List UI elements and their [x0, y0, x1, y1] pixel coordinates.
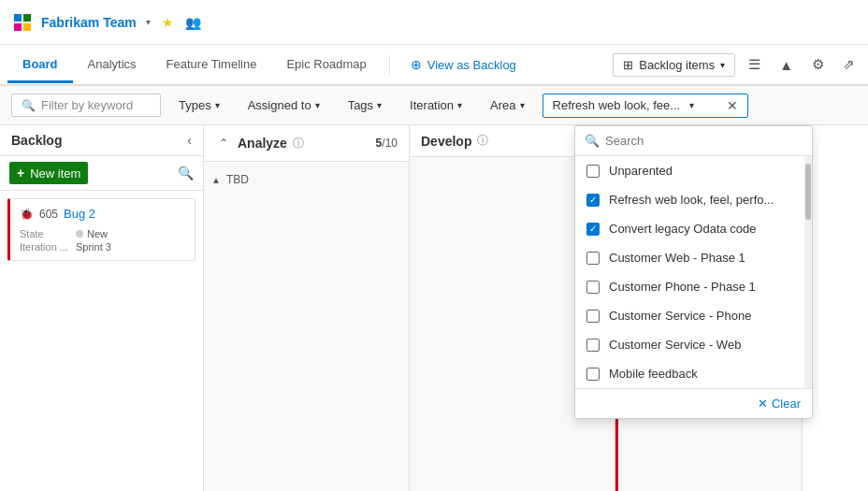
types-chevron-icon: ▾ [215, 100, 220, 110]
analyze-collapse-button[interactable]: ⌃ [215, 133, 232, 153]
backlog-items-label: Backlog items [639, 58, 715, 72]
develop-title: Develop [421, 134, 471, 149]
filter-keyword-label: Filter by keyword [41, 98, 133, 112]
assigned-to-label: Assigned to [248, 98, 311, 112]
dropdown-label-cs-phone: Customer Service - Phone [609, 309, 751, 323]
backlog-items-button[interactable]: ⊞ Backlog items ▾ [613, 53, 735, 77]
analyze-content: ▲ TBD [204, 162, 409, 491]
iteration-meta-value: Sprint 3 [76, 241, 185, 253]
analyze-count-total: 10 [385, 137, 398, 150]
filter-button[interactable]: ▲ [774, 53, 799, 77]
dropdown-item-cs-web[interactable]: Customer Service - Web [575, 330, 812, 359]
area-chevron-icon: ▾ [520, 100, 525, 110]
settings-button[interactable]: ⚙ [806, 52, 830, 77]
work-item-title[interactable]: Bug 2 [64, 207, 95, 221]
view-as-backlog-button[interactable]: ⊕ View as Backlog [398, 51, 529, 78]
new-item-plus-icon: + [17, 166, 24, 181]
iteration-dropdown-panel: 🔍 Unparented ✓ Refresh web look, feel, p… [574, 125, 813, 419]
app-bar: Fabrikam Team ▾ ★ 👥 [0, 0, 868, 45]
checkbox-mobile [586, 368, 600, 381]
new-item-button[interactable]: + New item [9, 162, 88, 184]
active-filter-tag[interactable]: Refresh web look, fee... ▾ ✕ [542, 94, 748, 118]
toolbar-right: ⊞ Backlog items ▾ ☰ ▲ ⚙ ⇗ [613, 52, 861, 77]
app-icon [11, 11, 34, 34]
checkbox-customer-web [586, 252, 600, 265]
tab-board[interactable]: Board [7, 48, 73, 83]
manage-team-icon[interactable]: 👥 [185, 15, 201, 30]
develop-info-icon[interactable]: ⓘ [477, 133, 488, 149]
view-backlog-label: View as Backlog [427, 58, 516, 72]
iteration-label: Iteration [410, 98, 454, 112]
backlog-panel: Backlog ‹ + New item 🔍 🐞 605 Bug 2 State [0, 125, 204, 491]
dropdown-item-refresh[interactable]: ✓ Refresh web look, feel, perfo... [575, 185, 812, 214]
dropdown-item-customer-web[interactable]: Customer Web - Phase 1 [575, 243, 812, 272]
checkbox-cs-web [586, 339, 600, 352]
state-label: State [20, 228, 68, 239]
dropdown-item-customer-phone[interactable]: Customer Phone - Phase 1 [575, 272, 812, 301]
filter-area-dropdown[interactable]: Area ▾ [480, 94, 534, 117]
team-name[interactable]: Fabrikam Team [41, 15, 137, 30]
nav-divider [389, 55, 390, 74]
swim-lane-label: TBD [226, 173, 249, 186]
work-item-meta: State New Iteration ... Sprint 3 [20, 228, 185, 253]
bug-icon: 🐞 [20, 208, 34, 221]
swim-lane-tbd[interactable]: ▲ TBD [211, 169, 401, 190]
dropdown-label-customer-phone: Customer Phone - Phase 1 [609, 280, 756, 294]
svg-rect-0 [14, 14, 22, 22]
dropdown-list: Unparented ✓ Refresh web look, feel, per… [575, 156, 812, 388]
view-backlog-icon: ⊕ [411, 57, 422, 72]
active-filter-label: Refresh web look, fee... [553, 98, 681, 112]
dropdown-item-mobile[interactable]: Mobile feedback [575, 359, 812, 388]
analyze-info-icon[interactable]: ⓘ [293, 136, 304, 152]
state-text: New [87, 228, 108, 239]
active-filter-chevron-icon: ▾ [689, 100, 694, 110]
dropdown-item-unparented[interactable]: Unparented [575, 156, 812, 185]
backlog-items-grid-icon: ⊞ [623, 58, 633, 72]
filter-keyword-input[interactable]: 🔍 Filter by keyword [11, 94, 161, 117]
filter-bar: 🔍 Filter by keyword Types ▾ Assigned to … [0, 86, 868, 125]
dropdown-label-unparented: Unparented [609, 164, 673, 178]
column-options-button[interactable]: ☰ [743, 52, 766, 77]
tab-epic-roadmap[interactable]: Epic Roadmap [271, 48, 381, 83]
work-item-id: 605 [39, 208, 58, 221]
checkbox-unparented [586, 165, 600, 178]
analyze-count: 5/10 [376, 137, 398, 150]
backlog-toolbar: + New item 🔍 [0, 156, 203, 191]
svg-rect-3 [23, 23, 31, 31]
filter-assigned-to-dropdown[interactable]: Assigned to ▾ [238, 94, 330, 117]
dropdown-label-convert: Convert legacy Odata code [609, 222, 757, 236]
scrollbar-track[interactable] [804, 156, 812, 388]
dropdown-label-mobile: Mobile feedback [609, 367, 698, 381]
dropdown-item-cs-phone[interactable]: Customer Service - Phone [575, 301, 812, 330]
filter-types-dropdown[interactable]: Types ▾ [168, 94, 230, 117]
filter-iteration-dropdown[interactable]: Iteration ▾ [399, 94, 472, 117]
state-indicator [76, 230, 83, 238]
dropdown-search-input[interactable] [605, 134, 803, 148]
dropdown-label-customer-web: Customer Web - Phase 1 [609, 251, 745, 265]
close-filter-icon[interactable]: ✕ [727, 98, 738, 113]
dropdown-label-refresh: Refresh web look, feel, perfo... [609, 193, 774, 207]
column-analyze-header: ⌃ Analyze ⓘ 5/10 [204, 125, 409, 162]
checkbox-cs-phone [586, 310, 600, 323]
favorite-icon[interactable]: ★ [162, 15, 174, 30]
backlog-collapse-icon[interactable]: ‹ [187, 133, 192, 148]
scrollbar-thumb [805, 164, 811, 220]
dropdown-search-icon: 🔍 [585, 134, 600, 148]
dropdown-item-convert[interactable]: ✓ Convert legacy Odata code [575, 214, 812, 243]
clear-x-icon: ✕ [758, 397, 768, 411]
fullscreen-button[interactable]: ⇗ [837, 52, 861, 77]
work-item-header: 🐞 605 Bug 2 [20, 207, 185, 221]
tags-label: Tags [348, 98, 373, 112]
work-item-card[interactable]: 🐞 605 Bug 2 State New Iteration ... Spri… [7, 198, 195, 261]
state-value: New [76, 228, 185, 239]
swim-lane-toggle-icon: ▲ [211, 175, 221, 185]
filter-tags-dropdown[interactable]: Tags ▾ [338, 94, 392, 117]
clear-button[interactable]: ✕ Clear [758, 397, 801, 411]
backlog-items-list: 🐞 605 Bug 2 State New Iteration ... Spri… [0, 191, 203, 491]
analyze-title: Analyze [238, 136, 287, 151]
types-label: Types [179, 98, 211, 112]
backlog-search-button[interactable]: 🔍 [178, 166, 194, 181]
tab-analytics[interactable]: Analytics [73, 48, 152, 83]
tab-feature-timeline[interactable]: Feature Timeline [152, 48, 272, 83]
team-chevron-icon[interactable]: ▾ [146, 17, 151, 27]
